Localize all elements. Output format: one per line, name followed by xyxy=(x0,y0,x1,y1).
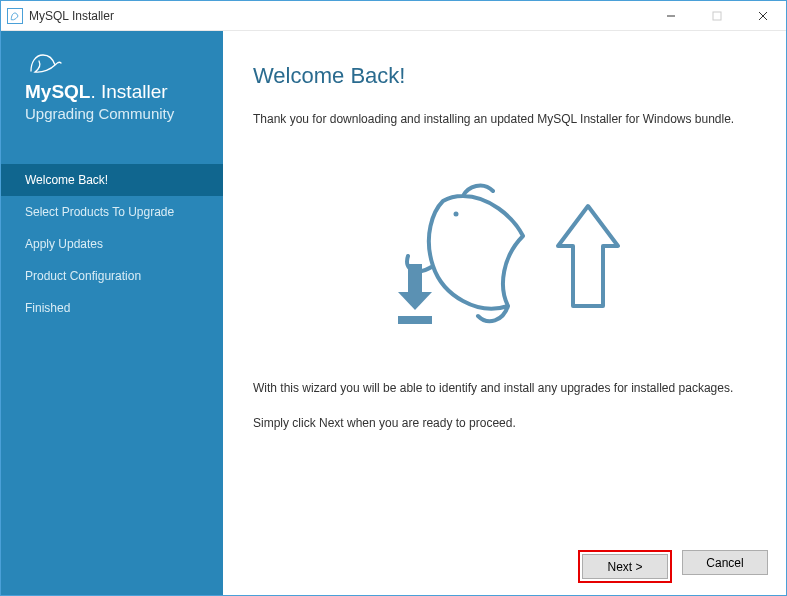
svg-rect-5 xyxy=(408,264,422,292)
content-area: MySQL. Installer Upgrading Community Wel… xyxy=(1,31,786,595)
dolphin-logo-icon xyxy=(25,49,203,79)
proceed-text: Simply click Next when you are ready to … xyxy=(253,415,752,432)
next-button[interactable]: Next > xyxy=(582,554,668,579)
brand-title: MySQL. Installer xyxy=(25,81,203,103)
info-text: With this wizard you will be able to ide… xyxy=(253,380,752,397)
nav-item-finished[interactable]: Finished xyxy=(1,292,223,324)
cancel-button[interactable]: Cancel xyxy=(682,550,768,575)
brand-suffix: . Installer xyxy=(90,81,167,102)
titlebar: MySQL Installer xyxy=(1,1,786,31)
intro-text: Thank you for downloading and installing… xyxy=(253,111,752,128)
installer-window: MySQL Installer MySQL. Installer Upgradi… xyxy=(0,0,787,596)
svg-rect-7 xyxy=(398,316,432,324)
maximize-button xyxy=(694,1,740,30)
svg-marker-6 xyxy=(398,292,432,310)
nav-item-select-products[interactable]: Select Products To Upgrade xyxy=(1,196,223,228)
minimize-button[interactable] xyxy=(648,1,694,30)
illustration xyxy=(253,146,752,356)
footer-buttons: Next > Cancel xyxy=(578,550,768,583)
close-button[interactable] xyxy=(740,1,786,30)
svg-rect-1 xyxy=(713,12,721,20)
nav-item-product-config[interactable]: Product Configuration xyxy=(1,260,223,292)
nav-item-welcome[interactable]: Welcome Back! xyxy=(1,164,223,196)
svg-point-4 xyxy=(453,211,458,216)
window-title: MySQL Installer xyxy=(29,9,648,23)
brand-subtitle: Upgrading Community xyxy=(25,105,203,122)
logo-area: MySQL. Installer Upgrading Community xyxy=(1,31,223,136)
sidebar: MySQL. Installer Upgrading Community Wel… xyxy=(1,31,223,595)
window-controls xyxy=(648,1,786,30)
brand-prefix: MySQL xyxy=(25,81,90,102)
nav-item-apply-updates[interactable]: Apply Updates xyxy=(1,228,223,260)
page-heading: Welcome Back! xyxy=(253,63,752,89)
svg-marker-8 xyxy=(558,206,618,306)
app-icon xyxy=(7,8,23,24)
main-panel: Welcome Back! Thank you for downloading … xyxy=(223,31,786,595)
nav-list: Welcome Back! Select Products To Upgrade… xyxy=(1,164,223,324)
next-button-highlight: Next > xyxy=(578,550,672,583)
